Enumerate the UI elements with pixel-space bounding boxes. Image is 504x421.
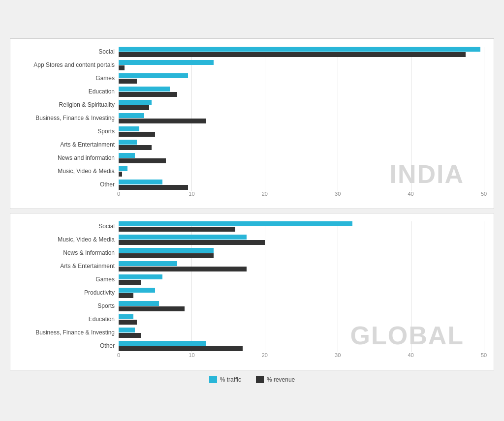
bar-group — [119, 60, 484, 70]
x-axis-tick: 50 — [481, 191, 487, 197]
traffic-bar — [119, 113, 144, 118]
table-row: App Stores and content portals — [15, 60, 484, 70]
revenue-bar — [119, 105, 149, 110]
bar-label: Business, Finance & Investing — [15, 329, 119, 336]
bar-group — [119, 47, 484, 57]
table-row: Sports — [15, 126, 484, 137]
revenue-swatch — [256, 376, 264, 383]
bar-label: Arts & Entertainment — [15, 141, 119, 148]
bar-group — [119, 113, 484, 123]
traffic-bar — [119, 47, 480, 52]
bar-label: Games — [15, 75, 119, 82]
legend: % traffic % revenue — [10, 376, 494, 383]
x-axis-tick: 30 — [335, 191, 341, 197]
bars-area — [119, 113, 484, 123]
revenue-bar — [119, 119, 206, 123]
x-axis-tick: 30 — [335, 352, 341, 358]
traffic-bar — [119, 73, 188, 78]
table-row: Business, Finance & Investing — [15, 113, 484, 123]
traffic-bar — [119, 87, 170, 91]
bar-group — [119, 274, 484, 285]
traffic-bar — [119, 301, 159, 306]
revenue-bar — [119, 92, 177, 97]
table-row: Social — [15, 221, 484, 232]
traffic-bar — [119, 221, 352, 226]
bars-area — [119, 221, 484, 232]
bars-area — [119, 47, 484, 57]
bar-label: Productivity — [15, 289, 119, 296]
bars-area — [119, 87, 484, 97]
bars-area — [119, 73, 484, 84]
bar-group — [119, 288, 484, 298]
revenue-bar — [119, 267, 247, 271]
table-row: Sports — [15, 301, 484, 311]
grid-line — [484, 47, 484, 191]
bar-group — [119, 261, 484, 271]
table-row: Arts & Entertainment — [15, 261, 484, 271]
x-axis-tick: 0 — [117, 191, 120, 197]
revenue-bar — [119, 145, 152, 150]
traffic-bar — [119, 248, 214, 253]
traffic-swatch — [209, 376, 217, 383]
bars-area — [119, 261, 484, 271]
traffic-bar — [119, 328, 135, 332]
bar-label: Games — [15, 276, 119, 283]
legend-revenue: % revenue — [256, 376, 295, 383]
bar-group — [119, 73, 484, 84]
x-axis-tick: 10 — [189, 191, 194, 197]
x-axis-tick: 40 — [408, 352, 413, 358]
table-row: Religion & Spirituality — [15, 100, 484, 110]
bar-label: News and information — [15, 154, 119, 161]
x-axis-tick: 10 — [189, 352, 194, 358]
traffic-bar — [119, 235, 247, 240]
x-axis-tick: 40 — [408, 191, 413, 197]
bars-area — [119, 274, 484, 285]
x-axis-tick: 0 — [117, 352, 120, 358]
table-row: Arts & Entertainment — [15, 140, 484, 150]
bar-label: Music, Video & Media — [15, 236, 119, 243]
global-chart: SocialMusic, Video & MediaNews & Informa… — [10, 213, 494, 370]
bar-label: App Stores and content portals — [15, 61, 119, 68]
table-row: Games — [15, 274, 484, 285]
india-watermark: INDIA — [389, 159, 464, 189]
revenue-label: % revenue — [267, 376, 295, 383]
india-x-axis: 01020304050 — [119, 191, 484, 201]
global-x-axis: 01020304050 — [119, 352, 484, 362]
bars-area — [119, 100, 484, 110]
bar-label: Arts & Entertainment — [15, 263, 119, 270]
bar-label: Other — [15, 181, 119, 188]
revenue-bar — [119, 293, 133, 298]
bar-group — [119, 301, 484, 311]
bar-label: Sports — [15, 128, 119, 135]
bar-label: Business, Finance & Investing — [15, 115, 119, 121]
bar-group — [119, 126, 484, 137]
table-row: News & Information — [15, 248, 484, 258]
global-watermark: GLOBAL — [350, 321, 464, 350]
bars-area — [119, 140, 484, 150]
india-chart: SocialApp Stores and content portalsGame… — [10, 38, 494, 209]
traffic-bar — [119, 180, 162, 184]
table-row: Games — [15, 73, 484, 84]
revenue-bar — [119, 280, 141, 285]
x-axis-tick: 20 — [262, 191, 268, 197]
revenue-bar — [119, 172, 122, 177]
revenue-bar — [119, 79, 137, 84]
traffic-bar — [119, 100, 152, 105]
traffic-label: % traffic — [220, 376, 241, 383]
revenue-bar — [119, 320, 137, 325]
revenue-bar — [119, 227, 235, 232]
bars-area — [119, 248, 484, 258]
bars-area — [119, 126, 484, 137]
traffic-bar — [119, 153, 135, 158]
bar-label: Other — [15, 342, 119, 349]
revenue-bar — [119, 253, 214, 258]
traffic-bar — [119, 60, 214, 65]
traffic-bar — [119, 274, 162, 279]
traffic-bar — [119, 140, 137, 145]
traffic-bar — [119, 126, 139, 131]
revenue-bar — [119, 306, 185, 311]
bar-label: Religion & Spirituality — [15, 101, 119, 108]
bars-area — [119, 60, 484, 70]
bar-label: News & Information — [15, 249, 119, 256]
bar-group — [119, 100, 484, 110]
